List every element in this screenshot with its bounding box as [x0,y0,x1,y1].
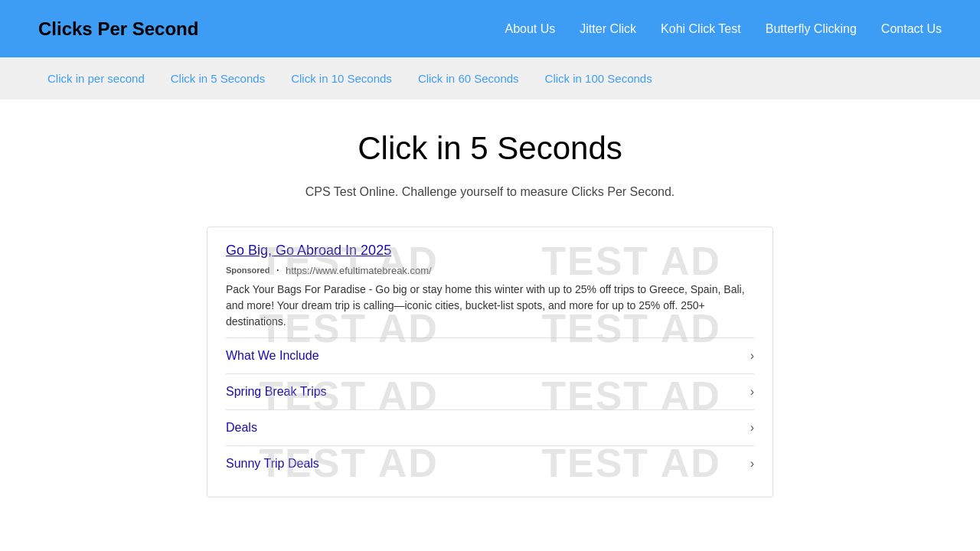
nav-link-about-us[interactable]: About Us [505,22,555,36]
header-navigation: About UsJitter ClickKohi Click TestButte… [505,22,942,36]
ad-list-items: What We Include›Spring Break Trips›Deals… [226,337,754,481]
nav-link-contact-us[interactable]: Contact Us [881,22,942,36]
site-header: Clicks Per Second About UsJitter ClickKo… [0,0,980,57]
subnav-link-click-in-60-seconds[interactable]: Click in 60 Seconds [409,67,528,90]
chevron-right-icon: › [750,457,754,471]
sub-navigation: Click in per secondClick in 5 SecondsCli… [0,57,980,99]
nav-link-butterfly-clicking[interactable]: Butterfly Clicking [766,22,857,36]
ad-inner: Go Big, Go Abroad In 2025 Sponsored · ht… [207,227,773,497]
ad-description: Pack Your Bags For Paradise - Go big or … [226,282,754,330]
chevron-right-icon: › [750,385,754,399]
main-content: Click in 5 Seconds CPS Test Online. Chal… [0,99,980,528]
nav-link-kohi-click-test[interactable]: Kohi Click Test [661,22,741,36]
ad-list-item[interactable]: Spring Break Trips› [226,373,754,409]
ad-sponsored-row: Sponsored · https://www.efultimatebreak.… [226,263,754,277]
nav-link-jitter-click[interactable]: Jitter Click [580,22,636,36]
ad-list-item[interactable]: Sunny Trip Deals› [226,445,754,481]
ad-sponsored-label: Sponsored [226,266,270,275]
ad-list-item-label: What We Include [226,349,319,363]
ad-list-item-label: Spring Break Trips [226,385,327,399]
site-logo[interactable]: Clicks Per Second [38,18,198,40]
ad-list-item-label: Sunny Trip Deals [226,457,319,471]
ad-url: https://www.efultimatebreak.com/ [286,265,432,276]
ad-dot: · [276,263,279,277]
subnav-link-click-in-per-second[interactable]: Click in per second [38,67,154,90]
page-title: Click in 5 Seconds [358,130,622,167]
ad-list-item[interactable]: Deals› [226,409,754,445]
ad-title-link[interactable]: Go Big, Go Abroad In 2025 [226,243,754,259]
ad-list-item-label: Deals [226,421,257,435]
subnav-link-click-in-10-seconds[interactable]: Click in 10 Seconds [282,67,401,90]
chevron-right-icon: › [750,349,754,363]
page-description: CPS Test Online. Challenge yourself to m… [305,185,675,199]
subnav-link-click-in-100-seconds[interactable]: Click in 100 Seconds [536,67,662,90]
subnav-link-click-in-5-seconds[interactable]: Click in 5 Seconds [162,67,274,90]
ad-container: TEST AD TEST AD TEST AD TEST AD TEST AD … [207,227,773,497]
ad-list-item[interactable]: What We Include› [226,337,754,373]
chevron-right-icon: › [750,421,754,435]
